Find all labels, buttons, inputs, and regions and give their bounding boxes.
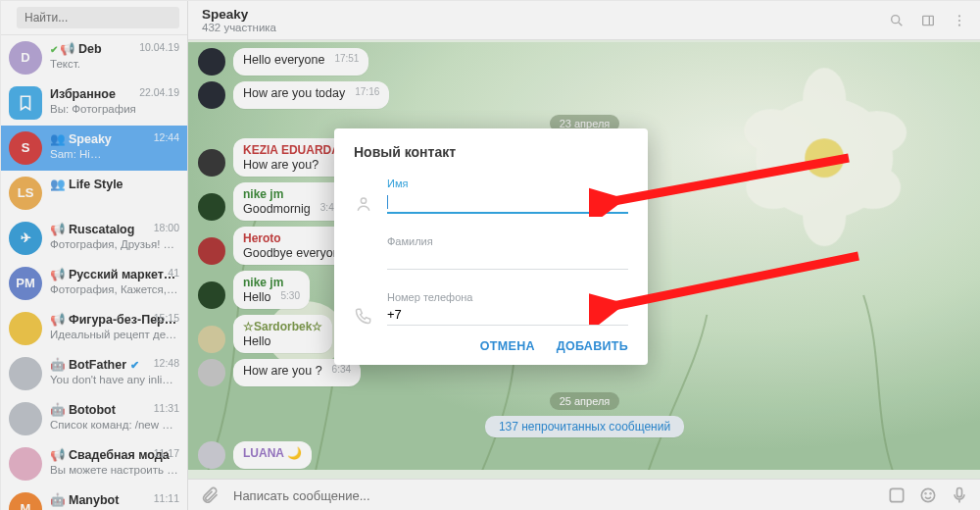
modal-title: Новый контакт: [354, 144, 628, 160]
field-surname: Фамилия: [354, 235, 628, 270]
field-phone: Номер телефона: [354, 291, 628, 326]
phone-input[interactable]: [387, 305, 628, 326]
new-contact-modal: Новый контакт Имя Фамилия Номер телефо: [334, 128, 648, 365]
firstname-input[interactable]: [387, 191, 628, 214]
firstname-label: Имя: [387, 178, 628, 189]
add-button[interactable]: ДОБАВИТЬ: [557, 339, 628, 353]
surname-input[interactable]: [387, 249, 628, 270]
phone-label: Номер телефона: [387, 291, 628, 303]
field-firstname: Имя: [354, 178, 628, 214]
phone-icon: [354, 306, 373, 326]
surname-label: Фамилия: [387, 235, 628, 247]
cancel-button[interactable]: ОТМЕНА: [480, 339, 535, 353]
modal-backdrop[interactable]: Новый контакт Имя Фамилия Номер телефо: [1, 1, 980, 510]
svg-point-22: [361, 198, 366, 203]
person-icon: [354, 194, 373, 214]
